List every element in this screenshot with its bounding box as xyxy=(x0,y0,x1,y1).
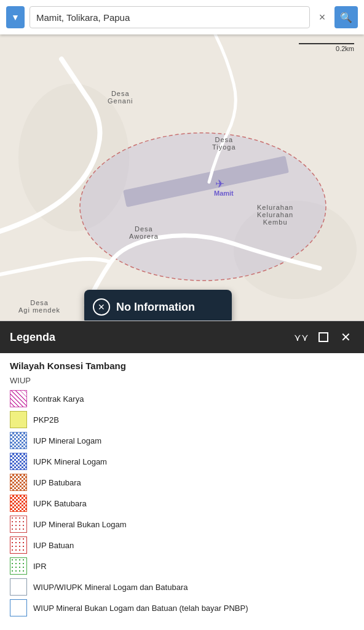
legend-item: IUP Mineral Logam xyxy=(10,432,354,449)
scale-line xyxy=(299,43,354,44)
legend-item-label: IPR xyxy=(33,562,47,571)
legend-item: IUPK Mineral Logam xyxy=(10,453,354,470)
legend-item: Kontrak Karya xyxy=(10,390,354,407)
legend-item: WIUP Mineral Bukan Logam dan Batuan (tel… xyxy=(10,599,354,616)
legend-subsection: WIUP xyxy=(10,376,354,385)
legend-item-label: IUP Mineral Bukan Logam xyxy=(33,520,127,529)
legend-swatch xyxy=(10,578,27,596)
legend-panel: Legenda ⋎⋎ ✕ Wilayah Konsesi Tambang WIU… xyxy=(0,321,364,630)
legend-swatch xyxy=(10,495,27,512)
legend-swatch xyxy=(10,411,27,428)
legend-item: PKP2B xyxy=(10,411,354,428)
legend-swatch xyxy=(10,536,27,554)
map-popup: ✕ No Information xyxy=(84,290,232,324)
legend-item-label: WIUP/WIUPK Mineral Logam dan Batubara xyxy=(33,583,188,592)
legend-item-label: IUPK Mineral Logam xyxy=(33,457,107,466)
legend-item: IUP Mineral Bukan Logam xyxy=(10,516,354,533)
search-go-button[interactable]: 🔍 xyxy=(334,6,358,28)
legend-item-label: PKP2B xyxy=(33,415,59,425)
legend-body: Wilayah Konsesi Tambang WIUP Kontrak Kar… xyxy=(0,353,364,630)
legend-item: IUPK Batubara xyxy=(10,495,354,512)
legend-swatch xyxy=(10,516,27,533)
legend-header-buttons: ⋎⋎ ✕ xyxy=(293,329,354,346)
clear-icon: × xyxy=(319,11,326,24)
legend-item-label: Kontrak Karya xyxy=(33,394,84,404)
popup-close-button[interactable]: ✕ xyxy=(93,298,110,316)
search-icon: 🔍 xyxy=(340,12,352,23)
scale-label: 0.2km xyxy=(336,45,354,52)
square-icon xyxy=(318,332,328,342)
legend-collapse-button[interactable]: ⋎⋎ xyxy=(293,329,310,346)
airplane-icon: ✈ xyxy=(215,177,224,191)
legend-title: Legenda xyxy=(10,331,55,344)
legend-swatch xyxy=(10,474,27,491)
legend-minimize-button[interactable] xyxy=(315,329,332,346)
popup-text: No Information xyxy=(116,301,195,314)
legend-item-label: IUP Batubara xyxy=(33,478,81,487)
search-dropdown-button[interactable]: ▼ xyxy=(6,6,25,28)
search-input[interactable] xyxy=(30,6,310,28)
popup-close-icon: ✕ xyxy=(98,302,105,312)
scale-bar: 0.2km xyxy=(299,43,354,52)
legend-item-label: IUP Mineral Logam xyxy=(33,436,101,445)
map-background xyxy=(0,34,364,330)
legend-items-container: Kontrak KaryaPKP2BIUP Mineral LogamIUPK … xyxy=(10,390,354,616)
legend-item-label: WIUP Mineral Bukan Logam dan Batuan (tel… xyxy=(33,604,248,613)
legend-swatch xyxy=(10,453,27,470)
legend-swatch xyxy=(10,599,27,616)
legend-item-label: IUP Batuan xyxy=(33,541,74,550)
chevron-down-double-icon: ⋎⋎ xyxy=(294,332,309,343)
close-icon: ✕ xyxy=(341,330,351,345)
legend-swatch xyxy=(10,390,27,407)
legend-section-title: Wilayah Konsesi Tambang xyxy=(10,361,354,371)
mamit-map-label: Mamit xyxy=(214,189,234,197)
search-bar: ▼ × 🔍 xyxy=(0,0,364,34)
legend-item: IPR xyxy=(10,557,354,575)
legend-item: WIUP/WIUPK Mineral Logam dan Batubara xyxy=(10,578,354,596)
legend-close-button[interactable]: ✕ xyxy=(337,329,354,346)
legend-swatch xyxy=(10,557,27,575)
search-clear-button[interactable]: × xyxy=(312,7,332,27)
legend-item-label: IUPK Batubara xyxy=(33,499,87,508)
legend-item: IUP Batubara xyxy=(10,474,354,491)
map-area[interactable]: 0.2km DesaGenani DesaTiyoga KelurahanKel… xyxy=(0,34,364,330)
legend-header: Legenda ⋎⋎ ✕ xyxy=(0,321,364,353)
dropdown-arrow-icon: ▼ xyxy=(11,12,20,22)
legend-swatch xyxy=(10,432,27,449)
legend-item: IUP Batuan xyxy=(10,536,354,554)
